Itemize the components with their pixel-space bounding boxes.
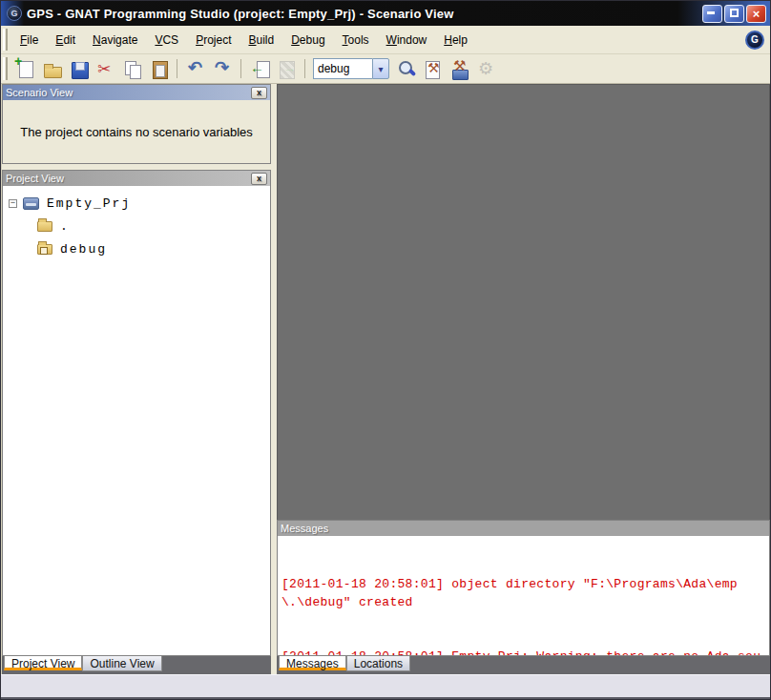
save-icon bbox=[67, 57, 90, 80]
menu-tools[interactable]: Tools bbox=[334, 30, 378, 51]
open-file-button[interactable] bbox=[39, 56, 64, 81]
menu-build[interactable]: Build bbox=[240, 30, 282, 51]
left-column: Scenario View x The project contains no … bbox=[1, 84, 271, 674]
menu-window[interactable]: Window bbox=[378, 30, 436, 51]
minimize-button[interactable] bbox=[702, 5, 722, 23]
toolbar-separator bbox=[177, 59, 177, 78]
cut-button[interactable] bbox=[93, 56, 117, 81]
tree-row-object-dir[interactable]: debug bbox=[3, 237, 270, 260]
menu-help[interactable]: Help bbox=[435, 30, 476, 51]
editor-workspace bbox=[277, 84, 770, 520]
build-all-icon bbox=[448, 57, 470, 80]
scenario-view-close-button[interactable]: x bbox=[251, 87, 267, 99]
menubar: File Edit Navigate VCS Project Build Deb… bbox=[1, 26, 770, 54]
menu-debug[interactable]: Debug bbox=[282, 30, 333, 51]
gnat-logo-icon: G bbox=[745, 31, 764, 50]
build-file-button[interactable] bbox=[420, 56, 445, 81]
tree-node-label[interactable]: Empty_Prj bbox=[47, 196, 131, 211]
folder-open-icon bbox=[37, 221, 52, 232]
project-tree: − Empty_Prj . debug bbox=[3, 186, 270, 655]
new-file-icon bbox=[13, 57, 36, 80]
menubar-grip[interactable] bbox=[3, 29, 8, 51]
messages-panel: Messages [2011-01-18 20:58:01] object di… bbox=[277, 520, 770, 656]
toolbar-separator bbox=[304, 59, 305, 78]
minimize-icon bbox=[707, 11, 715, 14]
redo-button[interactable] bbox=[210, 56, 235, 81]
folder-object-icon bbox=[37, 244, 52, 255]
right-tabstrip: Messages Locations bbox=[277, 656, 770, 674]
window-controls: × bbox=[702, 5, 766, 23]
search-icon bbox=[394, 57, 417, 80]
go-back-icon bbox=[248, 57, 271, 80]
tab-messages[interactable]: Messages bbox=[279, 656, 346, 670]
redo-icon bbox=[211, 57, 234, 80]
tab-outline-view[interactable]: Outline View bbox=[82, 656, 161, 671]
build-all-button[interactable] bbox=[447, 56, 471, 81]
titlebar[interactable]: G GPS - GNAT Programming Studio (project… bbox=[1, 1, 770, 26]
gps-app-icon: G bbox=[7, 6, 22, 21]
scenario-selector-input[interactable] bbox=[313, 58, 372, 79]
toolbar-grip[interactable] bbox=[3, 57, 8, 80]
undo-icon bbox=[184, 57, 207, 80]
interrupt-gear-icon bbox=[474, 57, 497, 80]
chevron-down-icon: ▾ bbox=[378, 64, 383, 74]
close-button[interactable]: × bbox=[746, 5, 766, 23]
build-file-icon bbox=[421, 57, 444, 80]
menu-file[interactable]: File bbox=[11, 30, 47, 51]
tree-row-project[interactable]: − Empty_Prj bbox=[3, 192, 270, 215]
tree-node-label[interactable]: . bbox=[60, 219, 70, 234]
gps-window: G GPS - GNAT Programming Studio (project… bbox=[0, 0, 771, 700]
window-title: GPS - GNAT Programming Studio (project: … bbox=[27, 7, 702, 21]
status-bar bbox=[1, 674, 770, 699]
tree-row-source-dir[interactable]: . bbox=[3, 215, 270, 237]
copy-button[interactable] bbox=[119, 56, 144, 81]
copy-icon bbox=[120, 57, 143, 80]
menu-edit[interactable]: Edit bbox=[47, 30, 84, 51]
maximize-icon bbox=[730, 9, 739, 17]
cut-icon bbox=[94, 57, 116, 80]
paste-button[interactable] bbox=[146, 56, 171, 81]
search-button[interactable] bbox=[393, 56, 418, 81]
menu-project[interactable]: Project bbox=[187, 30, 240, 51]
scenario-view-panel: Scenario View x The project contains no … bbox=[2, 84, 271, 164]
scenario-empty-message: The project contains no scenario variabl… bbox=[20, 125, 253, 139]
menu-vcs[interactable]: VCS bbox=[146, 30, 187, 51]
toolbar: ▾ bbox=[1, 54, 770, 84]
maximize-button[interactable] bbox=[724, 5, 744, 23]
scenario-selector: ▾ bbox=[313, 58, 389, 79]
interrupt-button bbox=[473, 56, 498, 81]
combo-dropdown-button[interactable]: ▾ bbox=[372, 58, 389, 79]
go-back-button[interactable] bbox=[247, 56, 272, 81]
main-area: Scenario View x The project contains no … bbox=[1, 84, 770, 674]
scenario-view-body: The project contains no scenario variabl… bbox=[3, 100, 270, 163]
project-view-titlebar[interactable]: Project View x bbox=[3, 171, 270, 186]
messages-titlebar[interactable]: Messages bbox=[278, 521, 769, 536]
paste-icon bbox=[147, 57, 170, 80]
project-view-close-button[interactable]: x bbox=[251, 173, 267, 185]
tree-node-label[interactable]: debug bbox=[60, 242, 107, 257]
undo-button[interactable] bbox=[183, 56, 208, 81]
go-forward-button bbox=[274, 56, 299, 81]
scenario-view-title: Scenario View bbox=[6, 87, 73, 98]
project-icon bbox=[23, 197, 39, 210]
tab-project-view[interactable]: Project View bbox=[4, 656, 82, 670]
right-column: Messages [2011-01-18 20:58:01] object di… bbox=[277, 84, 770, 674]
left-tabstrip: Project View Outline View bbox=[2, 656, 271, 674]
toolbar-separator bbox=[240, 59, 241, 78]
tab-locations[interactable]: Locations bbox=[346, 656, 410, 671]
menu-navigate[interactable]: Navigate bbox=[84, 30, 146, 51]
messages-title: Messages bbox=[281, 523, 328, 534]
message-line: [2011-01-18 20:58:01] object directory "… bbox=[281, 575, 765, 611]
project-view-panel: Project View x − Empty_Prj . bbox=[2, 170, 271, 656]
project-view-title: Project View bbox=[6, 173, 64, 184]
new-file-button[interactable] bbox=[12, 56, 37, 81]
message-line: [2011-01-18 20:58:01] Empty_Prj: Warning… bbox=[281, 648, 765, 655]
go-forward-icon bbox=[275, 57, 298, 80]
messages-console: [2011-01-18 20:58:01] object directory "… bbox=[278, 536, 769, 655]
scenario-view-titlebar[interactable]: Scenario View x bbox=[3, 85, 270, 100]
expander-icon[interactable]: − bbox=[9, 199, 17, 208]
open-folder-icon bbox=[40, 57, 63, 80]
save-button[interactable] bbox=[66, 56, 91, 81]
